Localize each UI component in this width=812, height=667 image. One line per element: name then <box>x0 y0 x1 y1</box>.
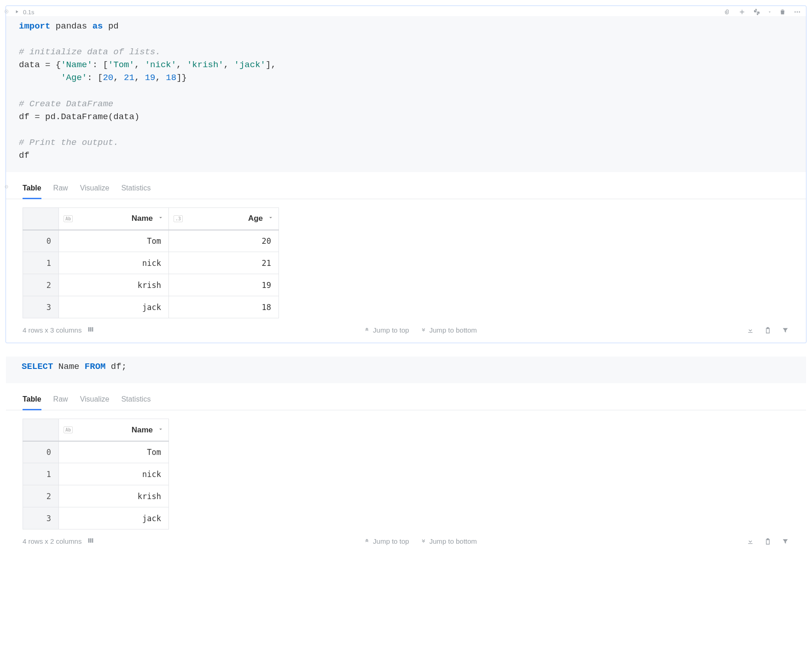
code-token: , <box>134 60 145 70</box>
svg-point-2 <box>799 12 800 13</box>
table-row[interactable]: 2krish <box>23 485 169 507</box>
code-token: , <box>134 73 145 83</box>
code-token: # initialize data of lists. <box>19 47 161 57</box>
chevron-down-icon[interactable] <box>267 214 274 223</box>
more-icon[interactable] <box>793 8 801 16</box>
code-token: ], <box>266 60 276 70</box>
table-summary: 4 rows x 2 columns <box>23 537 81 545</box>
columns-icon[interactable] <box>87 326 94 334</box>
exec-time: 0.1s <box>23 9 35 16</box>
table-row[interactable]: 0Tom20 <box>23 230 279 252</box>
row-index: 2 <box>23 274 59 296</box>
chevron-down-icon[interactable] <box>157 214 164 223</box>
svg-point-0 <box>795 12 796 13</box>
add-cell-icon[interactable] <box>738 8 746 16</box>
tab-visualize[interactable]: Visualize <box>80 392 110 410</box>
clipboard-icon[interactable] <box>764 326 772 334</box>
dataframe-table: Ab Name 0Tom 1nick 2krish 3jack <box>23 419 169 529</box>
row-index: 1 <box>23 252 59 274</box>
table-row[interactable]: 1nick21 <box>23 252 279 274</box>
cell-name: Tom <box>59 441 169 463</box>
jump-top-label: Jump to top <box>373 537 409 545</box>
code-token: , <box>113 73 124 83</box>
code-token: 21 <box>124 73 134 83</box>
code-token: , <box>156 73 166 83</box>
collapse-output-icon[interactable] <box>4 184 9 189</box>
code-token: 'nick' <box>145 60 176 70</box>
row-index: 2 <box>23 485 59 507</box>
column-header-name[interactable]: Ab Name <box>59 419 169 441</box>
code-cell-1[interactable]: 0.1s import pandas as pd # initialize da… <box>6 6 806 343</box>
row-index: 3 <box>23 507 59 529</box>
code-editor[interactable]: SELECT Name FROM df; <box>6 356 806 383</box>
row-index: 3 <box>23 296 59 318</box>
tab-statistics[interactable]: Statistics <box>121 392 151 410</box>
jump-to-top[interactable]: Jump to top <box>364 537 409 545</box>
row-index: 1 <box>23 463 59 485</box>
code-editor[interactable]: import pandas as pd # initialize data of… <box>6 16 806 172</box>
code-token: : [ <box>93 60 108 70</box>
filter-icon[interactable] <box>781 326 789 334</box>
cell-age: 21 <box>169 252 279 274</box>
column-header-name[interactable]: Ab Name <box>59 208 169 230</box>
column-header-age[interactable]: .3 Age <box>169 208 279 230</box>
columns-icon[interactable] <box>87 537 94 546</box>
code-token: Name <box>53 362 84 372</box>
code-token: 'Name' <box>61 60 92 70</box>
column-name: Age <box>183 214 267 223</box>
tab-raw[interactable]: Raw <box>53 181 68 199</box>
attach-icon[interactable] <box>723 8 731 16</box>
cell-name: krish <box>59 274 169 296</box>
code-token: df = pd.DataFrame(data) <box>19 112 139 122</box>
type-tag-string: Ab <box>64 215 73 222</box>
code-token: ]} <box>176 73 187 83</box>
code-token: df <box>19 150 29 161</box>
table-row[interactable]: 1nick <box>23 463 169 485</box>
table-row[interactable]: 0Tom <box>23 441 169 463</box>
svg-point-1 <box>797 12 798 13</box>
index-header[interactable] <box>23 208 59 230</box>
cell-toolbar <box>723 8 801 16</box>
jump-bottom-label: Jump to bottom <box>429 537 477 545</box>
tab-statistics[interactable]: Statistics <box>121 181 151 199</box>
cell-name: krish <box>59 485 169 507</box>
tab-raw[interactable]: Raw <box>53 392 68 410</box>
code-token: , <box>176 60 187 70</box>
code-token: # Print the output. <box>19 138 119 148</box>
filter-icon[interactable] <box>781 537 789 546</box>
code-token: as <box>93 21 103 31</box>
chevron-down-icon[interactable] <box>157 426 164 435</box>
code-token: import <box>19 21 50 31</box>
tab-visualize[interactable]: Visualize <box>80 181 110 199</box>
jump-to-bottom[interactable]: Jump to bottom <box>420 537 477 545</box>
kernel-dropdown-icon[interactable] <box>767 8 772 16</box>
code-token: FROM <box>85 362 106 372</box>
jump-top-label: Jump to top <box>373 326 409 334</box>
table-row[interactable]: 3jack <box>23 507 169 529</box>
code-token: pd <box>108 21 119 31</box>
jump-to-top[interactable]: Jump to top <box>364 326 409 334</box>
column-name: Name <box>73 426 157 435</box>
cell-age: 19 <box>169 274 279 296</box>
jump-to-bottom[interactable]: Jump to bottom <box>420 326 477 334</box>
code-token: pandas <box>56 21 87 31</box>
delete-icon[interactable] <box>778 8 787 16</box>
table-summary: 4 rows x 3 columns <box>23 326 81 334</box>
download-icon[interactable] <box>746 326 754 334</box>
code-token: df; <box>105 362 127 372</box>
table-row[interactable]: 2krish19 <box>23 274 279 296</box>
type-tag-string: Ab <box>64 426 73 433</box>
run-icon[interactable] <box>14 9 19 16</box>
index-header[interactable] <box>23 419 59 441</box>
collapse-input-icon[interactable] <box>4 9 9 14</box>
code-cell-2[interactable]: SELECT Name FROM df; Table Raw Visualize… <box>6 356 806 554</box>
download-icon[interactable] <box>746 537 754 546</box>
code-token: 19 <box>145 73 156 83</box>
cell-age: 18 <box>169 296 279 318</box>
code-token <box>19 73 61 83</box>
clipboard-icon[interactable] <box>764 537 772 546</box>
python-icon[interactable] <box>753 8 761 16</box>
table-row[interactable]: 3jack18 <box>23 296 279 318</box>
tab-table[interactable]: Table <box>23 392 41 410</box>
tab-table[interactable]: Table <box>23 181 41 199</box>
